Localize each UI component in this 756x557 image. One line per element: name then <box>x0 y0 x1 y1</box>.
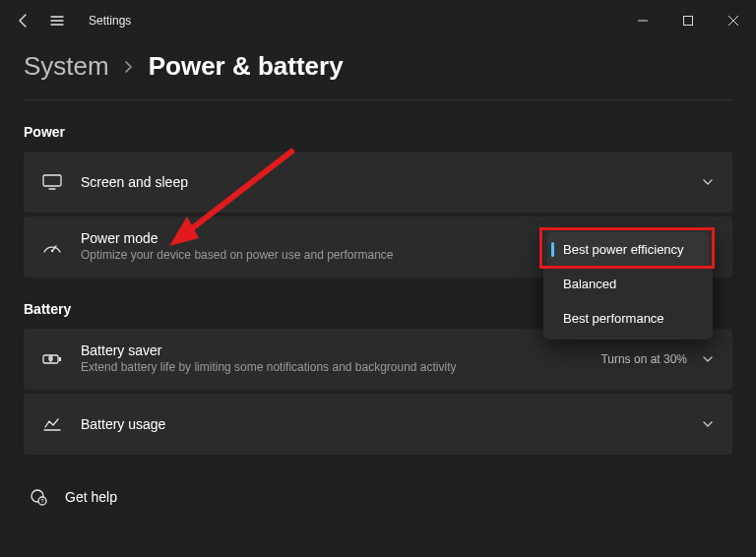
power-mode-dropdown: Best power efficiency Balanced Best perf… <box>543 228 713 340</box>
row-label: Battery usage <box>81 416 701 432</box>
svg-rect-1 <box>43 175 61 186</box>
battery-saver-icon <box>41 348 63 370</box>
close-button[interactable] <box>711 5 756 36</box>
svg-rect-4 <box>59 357 61 361</box>
breadcrumb-parent[interactable]: System <box>24 51 109 82</box>
titlebar: Settings <box>0 0 756 41</box>
svg-rect-0 <box>684 17 693 26</box>
section-title-power: Power <box>24 124 732 140</box>
row-subtitle: Extend battery life by limiting some not… <box>81 360 600 376</box>
chevron-down-icon <box>701 175 715 189</box>
row-label: Power mode <box>81 230 557 246</box>
help-icon: ? <box>28 486 49 508</box>
maximize-button[interactable] <box>665 5 711 36</box>
chevron-down-icon <box>701 352 715 366</box>
chevron-down-icon <box>701 417 715 431</box>
window-controls <box>620 5 756 36</box>
minimize-button[interactable] <box>620 5 665 36</box>
dropdown-option-best-performance[interactable]: Best performance <box>547 301 709 336</box>
row-screen-and-sleep[interactable]: Screen and sleep <box>24 152 732 213</box>
row-value: Turns on at 30% <box>600 352 687 366</box>
row-label: Battery saver <box>81 342 600 358</box>
dropdown-option-best-power-efficiency[interactable]: Best power efficiency <box>547 232 709 267</box>
help-label: Get help <box>65 489 117 505</box>
get-help-link[interactable]: ? Get help <box>24 486 732 508</box>
row-battery-usage[interactable]: Battery usage <box>24 394 732 455</box>
monitor-icon <box>41 171 63 193</box>
chevron-right-icon <box>123 61 135 73</box>
hamburger-menu-button[interactable] <box>49 13 65 29</box>
row-subtitle: Optimize your device based on power use … <box>81 248 557 264</box>
dropdown-option-balanced[interactable]: Balanced <box>547 267 709 301</box>
window-title: Settings <box>89 14 131 28</box>
chart-line-icon <box>41 413 63 435</box>
back-button[interactable] <box>16 13 32 29</box>
page-title: Power & battery <box>149 51 344 82</box>
row-label: Screen and sleep <box>81 174 701 190</box>
gauge-icon <box>41 236 63 258</box>
breadcrumb: System Power & battery <box>24 41 732 100</box>
